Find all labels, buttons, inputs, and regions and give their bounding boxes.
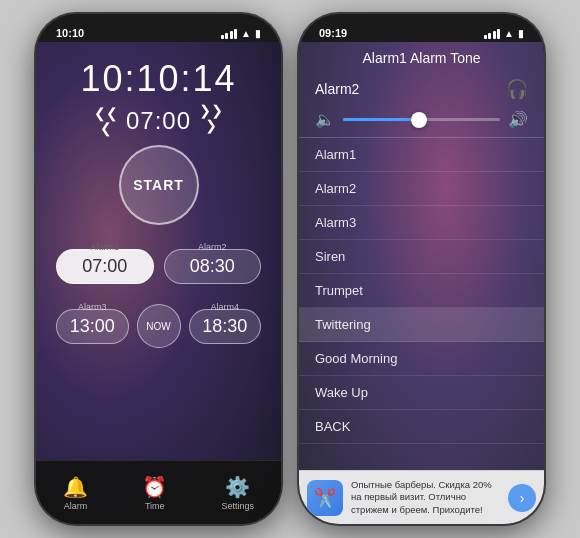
selected-alarm-name: Alarm2 (315, 81, 359, 97)
alarm4-label: Alarm4 (210, 302, 239, 312)
tone-item-wake-up[interactable]: Wake Up (299, 376, 544, 410)
alarm1-label: Alarm1 (90, 242, 119, 252)
alarm2-label: Alarm2 (198, 242, 227, 252)
volume-high-icon: 🔊 (508, 110, 528, 129)
single-up-chevron[interactable]: ❮ (199, 121, 217, 135)
status-icons-right: ▲ ▮ (484, 28, 524, 39)
tone-item-alarm2[interactable]: Alarm2 (299, 172, 544, 206)
status-time-left: 10:10 (56, 27, 84, 39)
alarm4-value: 18:30 (202, 316, 247, 336)
phone-right: 09:19 ▲ ▮ Alarm1 Alarm Tone Alarm2 🎧 🔈 (299, 14, 544, 524)
alarm3-bubble[interactable]: Alarm3 13:00 (56, 309, 129, 344)
settings-nav-icon: ⚙️ (225, 475, 250, 499)
tone-item-alarm1[interactable]: Alarm1 (299, 138, 544, 172)
now-button[interactable]: NOW (137, 304, 181, 348)
notch-left (109, 14, 209, 36)
tone-item-siren[interactable]: Siren (299, 240, 544, 274)
wifi-icon: ▲ (241, 28, 251, 39)
volume-low-icon: 🔈 (315, 110, 335, 129)
alarm-nav-icon: 🔔 (63, 475, 88, 499)
alarm-time-value: 07:00 (126, 107, 191, 135)
decrement-controls[interactable]: ❮❮ ❮ (94, 106, 118, 135)
ad-icon: ✂️ (307, 480, 343, 516)
nav-alarm[interactable]: 🔔 Alarm (63, 475, 88, 511)
left-screen: 10:10:14 ❮❮ ❮ 07:00 ❮ ❮❮ START Alarm1 (36, 42, 281, 524)
status-icons-left: ▲ ▮ (221, 28, 261, 39)
increment-controls[interactable]: ❮ ❮❮ (199, 106, 223, 135)
headphones-icon: 🎧 (506, 78, 528, 100)
single-down-chevron[interactable]: ❮ (100, 121, 118, 135)
alarm4-bubble[interactable]: Alarm4 18:30 (189, 309, 262, 344)
ad-text: Опытные барберы. Скидка 20% на первый ви… (351, 479, 500, 516)
start-button[interactable]: START (119, 145, 199, 225)
tone-list: Alarm1 Alarm2 Alarm3 Siren Trumpet Twitt… (299, 138, 544, 525)
alarm2-row: Alarm2 🎧 (299, 72, 544, 106)
alarm2-bubble[interactable]: Alarm2 08:30 (164, 249, 262, 284)
double-down-chevron[interactable]: ❮❮ (94, 106, 118, 120)
volume-row: 🔈 🔊 (299, 106, 544, 137)
nav-settings[interactable]: ⚙️ Settings (221, 475, 254, 511)
phone-left: 10:10 ▲ ▮ 10:10:14 ❮❮ ❮ 07:00 ❮ (36, 14, 281, 524)
alarm1-bubble[interactable]: Alarm1 07:00 (56, 249, 154, 284)
settings-nav-label: Settings (221, 501, 254, 511)
battery-icon-right: ▮ (518, 28, 524, 39)
ad-banner[interactable]: ✂️ Опытные барберы. Скидка 20% на первый… (299, 470, 544, 524)
volume-slider[interactable] (343, 118, 500, 121)
time-nav-label: Time (145, 501, 165, 511)
tone-item-alarm3[interactable]: Alarm3 (299, 206, 544, 240)
volume-thumb[interactable] (411, 112, 427, 128)
tone-item-twittering[interactable]: Twittering (299, 308, 544, 342)
bottom-nav: 🔔 Alarm ⏰ Time ⚙️ Settings (36, 460, 281, 524)
alarm1-value: 07:00 (82, 256, 127, 276)
alarm-time-row: ❮❮ ❮ 07:00 ❮ ❮❮ (94, 106, 223, 135)
alarm3-label: Alarm3 (78, 302, 107, 312)
notch-right (372, 14, 472, 36)
alarm2-value: 08:30 (190, 256, 235, 276)
tone-item-good-morning[interactable]: Good Morning (299, 342, 544, 376)
nav-time[interactable]: ⏰ Time (142, 475, 167, 511)
wifi-icon-right: ▲ (504, 28, 514, 39)
right-content: Alarm1 Alarm Tone Alarm2 🎧 🔈 🔊 Alarm1 Al… (299, 42, 544, 524)
double-up-chevron[interactable]: ❮❮ (199, 106, 223, 120)
volume-fill (343, 118, 414, 121)
tone-header: Alarm1 Alarm Tone (299, 42, 544, 72)
tone-item-trumpet[interactable]: Trumpet (299, 274, 544, 308)
alarm3-value: 13:00 (70, 316, 115, 336)
signal-icon (221, 29, 238, 39)
battery-icon: ▮ (255, 28, 261, 39)
tone-item-back[interactable]: BACK (299, 410, 544, 444)
ad-arrow-button[interactable]: › (508, 484, 536, 512)
status-time-right: 09:19 (319, 27, 347, 39)
signal-icon-right (484, 29, 501, 39)
time-nav-icon: ⏰ (142, 475, 167, 499)
current-time-display: 10:10:14 (80, 58, 236, 100)
alarm-nav-label: Alarm (64, 501, 88, 511)
left-content: 10:10:14 ❮❮ ❮ 07:00 ❮ ❮❮ START Alarm1 (36, 42, 281, 524)
right-screen: Alarm1 Alarm Tone Alarm2 🎧 🔈 🔊 Alarm1 Al… (299, 42, 544, 524)
